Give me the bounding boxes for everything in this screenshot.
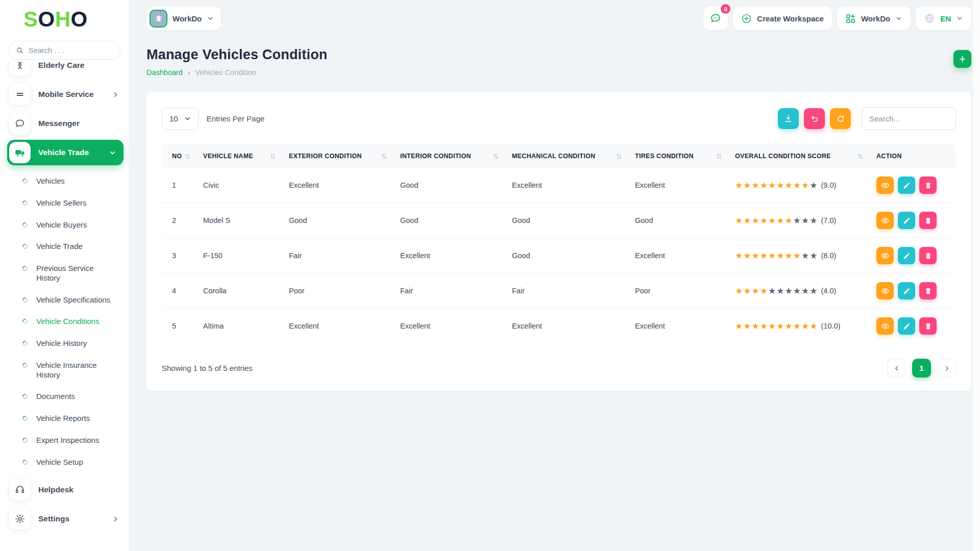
column-header[interactable]: EXTERIOR CONDITION bbox=[289, 144, 400, 168]
column-header[interactable]: MECHANICAL CONDITION bbox=[512, 144, 635, 168]
view-button[interactable] bbox=[876, 212, 894, 229]
sidebar-subitem[interactable]: Vehicle Setup bbox=[7, 452, 124, 473]
star-icon: ★ bbox=[768, 286, 776, 296]
sidebar-subitem[interactable]: Vehicle Buyers bbox=[7, 214, 124, 236]
sort-icon[interactable] bbox=[716, 153, 722, 160]
sidebar-subitem-label: Vehicle History bbox=[36, 339, 87, 348]
star-icon: ★ bbox=[776, 251, 785, 261]
view-button[interactable] bbox=[876, 247, 894, 264]
logo-letter: H bbox=[55, 8, 71, 31]
edit-button[interactable] bbox=[898, 282, 915, 299]
view-button[interactable] bbox=[876, 282, 894, 299]
sidebar-item-settings[interactable]: Settings bbox=[7, 506, 124, 532]
sidebar-item-mobile-service[interactable]: Mobile Service bbox=[7, 81, 124, 108]
mobile-service-icon bbox=[9, 84, 31, 105]
cell-action bbox=[876, 168, 956, 203]
sidebar-subitem[interactable]: Documents bbox=[7, 386, 124, 408]
star-icon: ★ bbox=[743, 251, 751, 261]
score-value: (7.0) bbox=[821, 216, 837, 224]
sort-icon[interactable] bbox=[270, 153, 276, 160]
column-header[interactable]: NO bbox=[162, 144, 203, 168]
breadcrumb-dashboard-link[interactable]: Dashboard bbox=[146, 68, 183, 77]
column-header[interactable]: ACTION bbox=[876, 144, 956, 168]
star-icon: ★ bbox=[801, 286, 810, 296]
star-icon: ★ bbox=[752, 216, 760, 226]
sidebar-subitem[interactable]: Vehicle History bbox=[7, 333, 124, 355]
delete-button[interactable] bbox=[919, 177, 937, 194]
bullet-icon bbox=[21, 265, 29, 272]
card-footer: Showing 1 to 5 of 5 entries 1 bbox=[162, 359, 956, 378]
star-icon: ★ bbox=[752, 321, 760, 331]
cell-no: 3 bbox=[162, 238, 203, 273]
star-icon: ★ bbox=[785, 251, 793, 261]
export-download-button[interactable] bbox=[778, 108, 799, 129]
scrollbar-track[interactable] bbox=[973, 0, 980, 551]
delete-button[interactable] bbox=[919, 212, 937, 229]
current-page-button[interactable]: 1 bbox=[912, 359, 931, 378]
sidebar-item-vehicle-trade[interactable]: Vehicle Trade bbox=[7, 140, 124, 165]
column-header[interactable]: OVERALL CONDITION SCORE bbox=[735, 144, 876, 168]
language-label: EN bbox=[940, 14, 951, 23]
delete-button[interactable] bbox=[919, 317, 937, 335]
delete-button[interactable] bbox=[919, 247, 937, 264]
language-selector[interactable]: EN bbox=[916, 7, 971, 30]
star-icon: ★ bbox=[735, 216, 743, 226]
view-button[interactable] bbox=[876, 177, 894, 194]
star-icon: ★ bbox=[785, 216, 793, 226]
star-icon: ★ bbox=[785, 286, 793, 296]
edit-button[interactable] bbox=[898, 212, 915, 229]
entries-per-page-select[interactable]: 10 bbox=[162, 108, 199, 130]
sort-icon[interactable] bbox=[857, 153, 863, 160]
sidebar-search bbox=[8, 41, 120, 60]
table-search-input[interactable] bbox=[861, 107, 956, 130]
view-button[interactable] bbox=[876, 317, 894, 335]
sidebar-subitem[interactable]: Vehicles bbox=[7, 170, 124, 192]
sidebar-search-input[interactable] bbox=[29, 46, 124, 55]
star-icon: ★ bbox=[793, 216, 801, 226]
sidebar-subitem[interactable]: Vehicle Trade bbox=[7, 236, 124, 258]
sort-icon[interactable] bbox=[493, 153, 499, 160]
sidebar-item-helpdesk[interactable]: Helpdesk bbox=[7, 477, 124, 503]
star-icon: ★ bbox=[735, 321, 743, 331]
column-header[interactable]: INTERIOR CONDITION bbox=[400, 144, 512, 168]
messages-button[interactable]: 0 bbox=[703, 7, 728, 30]
bullet-icon bbox=[21, 199, 29, 207]
create-workspace-button[interactable]: Create Workspace bbox=[733, 7, 832, 30]
app-root: SOHO Elderly Care Mobile Service bbox=[0, 0, 980, 551]
chevron-right-icon bbox=[112, 91, 119, 98]
refresh-button[interactable] bbox=[830, 108, 851, 129]
sidebar-subitem-label: Vehicle Setup bbox=[36, 458, 83, 467]
cell-no: 5 bbox=[162, 309, 203, 344]
sidebar-item-elderly-care[interactable]: Elderly Care bbox=[7, 62, 124, 79]
sidebar-subitem[interactable]: Vehicle Insurance History bbox=[7, 355, 124, 386]
workspace-switcher[interactable]: WorkDo bbox=[146, 7, 221, 30]
sidebar-subitem[interactable]: Previous Service History bbox=[7, 258, 124, 289]
chevron-right-icon bbox=[112, 515, 119, 523]
edit-button[interactable] bbox=[898, 317, 915, 335]
sort-icon[interactable] bbox=[185, 153, 190, 160]
prev-page-button[interactable] bbox=[887, 359, 906, 378]
column-header[interactable]: VEHICLE NAME bbox=[203, 144, 289, 168]
sort-icon[interactable] bbox=[381, 153, 387, 160]
sidebar-subitem[interactable]: Vehicle Reports bbox=[7, 408, 124, 430]
column-header[interactable]: TIRES CONDITION bbox=[635, 144, 735, 168]
add-condition-button[interactable]: + bbox=[953, 50, 971, 68]
edit-button[interactable] bbox=[898, 247, 915, 264]
topbar-actions: 0 Create Workspace WorkDo bbox=[703, 7, 971, 30]
undo-button[interactable] bbox=[804, 108, 825, 129]
sidebar-subitem[interactable]: Vehicle Conditions bbox=[7, 311, 124, 333]
next-page-button[interactable] bbox=[937, 359, 956, 378]
edit-button[interactable] bbox=[898, 177, 915, 194]
delete-button[interactable] bbox=[919, 282, 937, 299]
sidebar-subitem-label: Vehicle Sellers bbox=[36, 198, 86, 208]
cell-action bbox=[876, 309, 956, 344]
sidebar-subitem[interactable]: Expert Inspections bbox=[7, 430, 124, 452]
star-icon: ★ bbox=[768, 216, 776, 226]
bullet-icon bbox=[21, 221, 29, 229]
app-switcher-button[interactable]: WorkDo bbox=[837, 7, 911, 30]
cell-overall-score: ★★★★★★★★★★ (10.0) bbox=[735, 309, 876, 344]
sidebar-item-messenger[interactable]: Messenger bbox=[7, 110, 124, 137]
sidebar-subitem[interactable]: Vehicle Sellers bbox=[7, 192, 124, 214]
sort-icon[interactable] bbox=[616, 153, 622, 160]
sidebar-subitem[interactable]: Vehicle Specifications bbox=[7, 289, 124, 311]
